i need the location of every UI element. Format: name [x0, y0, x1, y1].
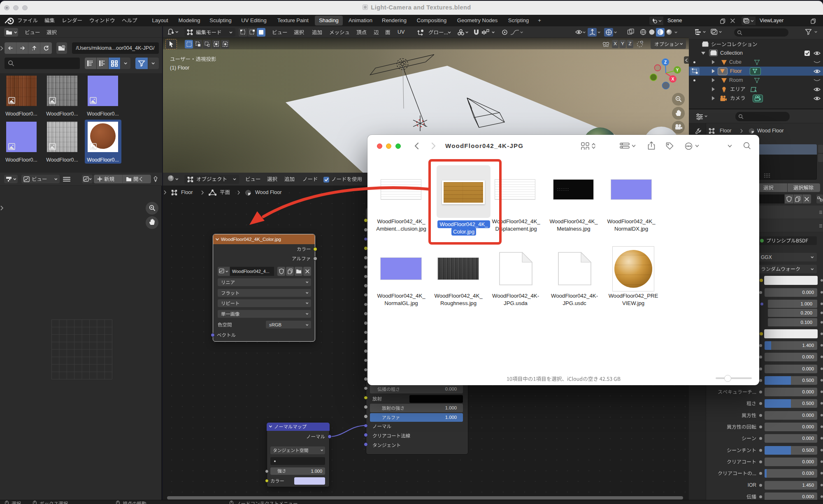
- svg-text:Y: Y: [676, 68, 679, 72]
- svg-text:Z: Z: [664, 60, 667, 65]
- svg-text:X: X: [672, 77, 674, 81]
